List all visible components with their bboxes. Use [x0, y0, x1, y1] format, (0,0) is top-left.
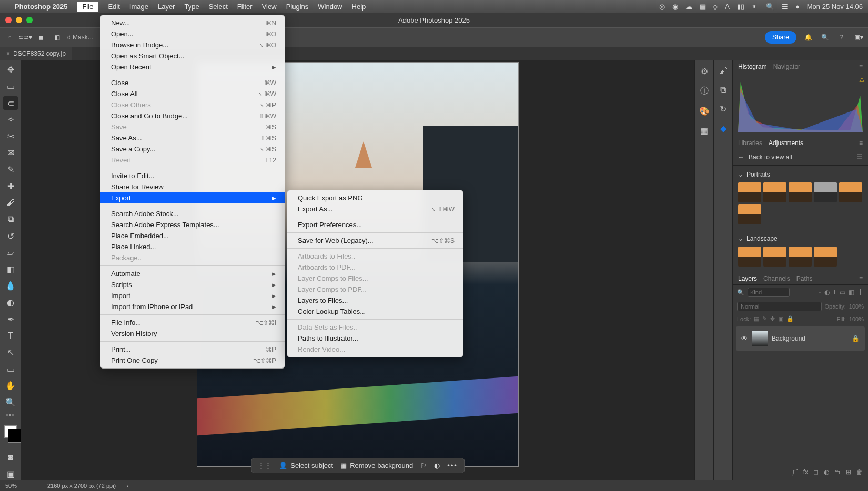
frame-tool[interactable]: ✉ — [3, 146, 18, 160]
app-name[interactable]: Photoshop 2025 — [15, 3, 67, 11]
tab-paths[interactable]: Paths — [796, 275, 813, 282]
eraser-tool[interactable]: ▱ — [3, 246, 18, 260]
file-menu-item[interactable]: New...⌘N — [100, 17, 285, 28]
mode-new-icon[interactable]: ◼ — [36, 32, 46, 43]
filter-adjust-icon[interactable]: ◐ — [824, 289, 830, 296]
select-subject-button[interactable]: 👤 Select subject — [279, 462, 333, 469]
zoom-tool[interactable]: 🔍 — [3, 396, 18, 410]
edit-toolbar-button[interactable]: ••• — [6, 412, 15, 418]
new-layer-icon[interactable]: ⊞ — [846, 468, 851, 477]
file-menu-item[interactable]: Open as Smart Object... — [100, 50, 285, 62]
info-icon[interactable]: ⓘ — [700, 86, 709, 97]
screen-mode-icon[interactable]: ▣ — [3, 467, 18, 480]
menubar-item-select[interactable]: Select — [209, 3, 228, 11]
battery-icon[interactable]: ▮▯ — [737, 3, 744, 11]
menubar-item-view[interactable]: View — [262, 3, 277, 11]
file-menu-item[interactable]: Search Adobe Express Templates... — [100, 219, 285, 230]
zoom-level[interactable]: 50% — [5, 483, 37, 489]
opacity-value[interactable]: 100% — [849, 303, 864, 310]
a-icon[interactable]: A — [725, 3, 730, 11]
panel-flyout-icon[interactable]: ≡ — [859, 139, 863, 147]
preset-thumb[interactable] — [839, 182, 862, 202]
export-menu-item[interactable]: Paths to Illustrator... — [287, 333, 463, 344]
layer-row-background[interactable]: 👁 Background 🔒 — [736, 326, 865, 351]
history-panel-icon[interactable]: ↻ — [720, 104, 726, 114]
blend-mode-select[interactable]: Normal — [737, 302, 822, 311]
home-icon[interactable]: ⌂ — [4, 32, 15, 43]
status-icon-3[interactable]: ▤ — [700, 3, 706, 11]
file-menu-item[interactable]: Print One Copy⌥⇧⌘P — [100, 355, 285, 366]
tab-histogram[interactable]: Histogram — [738, 63, 767, 70]
fx-icon[interactable]: fx — [803, 468, 808, 477]
file-menu-item[interactable]: Invite to Edit... — [100, 170, 285, 181]
lock-brush-icon[interactable]: ✎ — [762, 315, 767, 322]
visibility-eye-icon[interactable]: 👁 — [741, 335, 748, 342]
preset-header-portraits[interactable]: ⌄Portraits — [733, 169, 868, 180]
menubar-item-file[interactable]: File — [77, 2, 98, 12]
menubar-item-layer[interactable]: Layer — [158, 3, 175, 11]
file-menu-item[interactable]: Export▸ — [100, 192, 285, 203]
wand-tool[interactable]: ✧ — [3, 113, 18, 127]
histogram-warning-icon[interactable]: ⚠ — [859, 76, 865, 84]
menubar-item-type[interactable]: Type — [184, 3, 199, 11]
preset-thumb[interactable] — [789, 182, 812, 202]
zoom-window-button[interactable] — [26, 17, 33, 23]
pen-tool[interactable]: ✒ — [3, 312, 18, 326]
filter-shape-icon[interactable]: ▭ — [840, 289, 845, 296]
export-menu-item[interactable]: Export Preferences... — [287, 219, 463, 230]
adjustment-layer-icon[interactable]: ◐ — [824, 468, 829, 477]
mask-button[interactable]: d Mask... — [67, 34, 93, 41]
hand-tool[interactable]: ✋ — [3, 379, 18, 393]
panel-flyout-icon[interactable]: ≡ — [859, 275, 863, 282]
document-tab[interactable]: × DSCF8352 copy.jp — [0, 47, 72, 60]
share-button[interactable]: Share — [765, 31, 796, 44]
ctx-transform-icon[interactable]: ⚐ — [420, 462, 427, 469]
file-menu-item[interactable]: Import▸ — [100, 290, 285, 301]
file-menu-item[interactable]: Print...⌘P — [100, 344, 285, 355]
layer-thumbnail[interactable] — [752, 331, 768, 346]
crop-tool[interactable]: ✂ — [3, 130, 18, 144]
brush-tool[interactable]: 🖌 — [3, 196, 18, 210]
file-menu-item[interactable]: Browse in Bridge...⌥⌘O — [100, 39, 285, 50]
layer-kind-filter[interactable] — [748, 288, 790, 297]
tab-libraries[interactable]: Libraries — [738, 139, 762, 147]
file-menu-item[interactable]: Place Embedded... — [100, 230, 285, 241]
tab-channels[interactable]: Channels — [763, 275, 790, 282]
spotlight-icon[interactable]: 🔍 — [766, 3, 774, 11]
marquee-tool[interactable]: ▭ — [3, 80, 18, 94]
file-menu-item[interactable]: Save As...⇧⌘S — [100, 132, 285, 144]
status-icon-1[interactable]: ◉ — [672, 3, 678, 11]
close-window-button[interactable] — [5, 17, 12, 23]
filter-pixel-icon[interactable]: ▫ — [819, 289, 821, 296]
preset-thumb[interactable] — [763, 182, 786, 202]
ctx-grip-icon[interactable]: ⋮⋮ — [258, 462, 271, 469]
close-tab-icon[interactable]: × — [6, 50, 10, 57]
path-tool[interactable]: ↖ — [3, 346, 18, 360]
workspace-icon[interactable]: ▣▾ — [853, 32, 864, 43]
tab-navigator[interactable]: Navigator — [773, 63, 800, 70]
dodge-tool[interactable]: ◐ — [3, 296, 18, 310]
tab-adjustments[interactable]: Adjustments — [769, 139, 803, 147]
file-menu-item[interactable]: Close All⌥⌘W — [100, 88, 285, 99]
mask-icon[interactable]: ◻ — [813, 468, 819, 477]
stamp-tool[interactable]: ⧉ — [3, 213, 18, 227]
filter-type-icon[interactable]: T — [833, 289, 836, 296]
export-menu-item[interactable]: Layers to Files... — [287, 295, 463, 306]
control-center-icon[interactable]: ☰ — [782, 3, 788, 11]
link-layers-icon[interactable]: ⺁ — [792, 468, 798, 477]
file-menu-item[interactable]: Place Linked... — [100, 241, 285, 252]
lasso-icon[interactable]: ⊂⊃▾ — [20, 32, 31, 43]
plugin-panel-icon[interactable]: ◆ — [720, 124, 726, 134]
file-menu-item[interactable]: Automate▸ — [100, 268, 285, 279]
clock[interactable]: Mon 25 Nov 14.06 — [807, 3, 863, 11]
preset-thumb[interactable] — [738, 182, 761, 202]
menubar-item-plugins[interactable]: Plugins — [286, 3, 309, 11]
preset-thumb[interactable] — [738, 204, 761, 224]
mode-add-icon[interactable]: ◧ — [52, 32, 62, 43]
clone-panel-icon[interactable]: ⧉ — [720, 85, 726, 95]
filter-smart-icon[interactable]: ◧ — [849, 289, 854, 296]
file-menu-item[interactable]: Share for Review — [100, 181, 285, 192]
file-menu-item[interactable]: Close⌘W — [100, 77, 285, 88]
minimize-window-button[interactable] — [16, 17, 22, 23]
export-menu-item[interactable]: Save for Web (Legacy)...⌥⇧⌘S — [287, 235, 463, 246]
